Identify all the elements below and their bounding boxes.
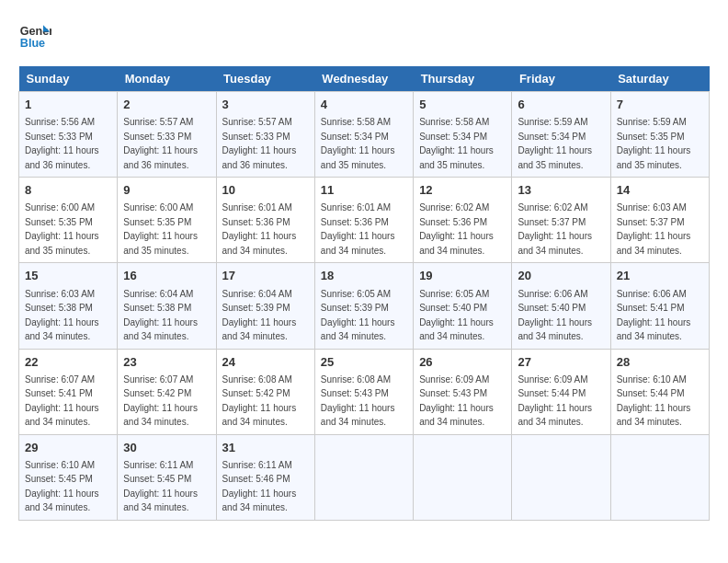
calendar-header-row: SundayMondayTuesdayWednesdayThursdayFrid… — [19, 66, 710, 92]
day-detail: Sunrise: 6:08 AMSunset: 5:42 PMDaylight:… — [222, 374, 297, 428]
day-detail: Sunrise: 5:59 AMSunset: 5:35 PMDaylight:… — [617, 117, 691, 170]
day-number: 12 — [419, 182, 506, 199]
day-detail: Sunrise: 6:01 AMSunset: 5:36 PMDaylight:… — [321, 202, 395, 256]
day-number: 19 — [419, 268, 506, 284]
day-detail: Sunrise: 5:59 AMSunset: 5:34 PMDaylight:… — [518, 117, 592, 170]
day-number: 16 — [123, 268, 210, 284]
calendar-day-cell: 14 Sunrise: 6:03 AMSunset: 5:37 PMDaylig… — [610, 178, 709, 263]
day-number: 18 — [321, 268, 407, 284]
day-number: 23 — [123, 354, 210, 371]
day-detail: Sunrise: 6:10 AMSunset: 5:44 PMDaylight:… — [617, 374, 691, 428]
calendar-day-cell: 4 Sunrise: 5:58 AMSunset: 5:34 PMDayligh… — [314, 92, 413, 178]
day-number: 4 — [321, 97, 407, 113]
calendar-day-cell: 5 Sunrise: 5:58 AMSunset: 5:34 PMDayligh… — [414, 92, 512, 178]
day-detail: Sunrise: 5:58 AMSunset: 5:34 PMDaylight:… — [419, 117, 494, 170]
calendar-day-cell — [512, 434, 610, 520]
day-number: 17 — [222, 268, 309, 284]
calendar-day-cell: 2 Sunrise: 5:57 AMSunset: 5:33 PMDayligh… — [118, 92, 216, 178]
calendar-day-cell: 22 Sunrise: 6:07 AMSunset: 5:41 PMDaylig… — [19, 349, 118, 434]
calendar-day-cell: 25 Sunrise: 6:08 AMSunset: 5:43 PMDaylig… — [314, 349, 413, 434]
day-detail: Sunrise: 6:05 AMSunset: 5:40 PMDaylight:… — [419, 289, 494, 342]
calendar-day-cell: 19 Sunrise: 6:05 AMSunset: 5:40 PMDaylig… — [414, 263, 512, 349]
calendar-day-cell: 6 Sunrise: 5:59 AMSunset: 5:34 PMDayligh… — [512, 92, 610, 178]
day-detail: Sunrise: 6:00 AMSunset: 5:35 PMDaylight:… — [123, 202, 198, 256]
day-detail: Sunrise: 5:58 AMSunset: 5:34 PMDaylight:… — [321, 117, 395, 170]
day-number: 28 — [617, 354, 703, 371]
day-number: 27 — [518, 354, 604, 371]
calendar-day-cell: 3 Sunrise: 5:57 AMSunset: 5:33 PMDayligh… — [216, 92, 314, 178]
calendar-table: SundayMondayTuesdayWednesdayThursdayFrid… — [18, 66, 710, 521]
calendar-day-cell — [414, 434, 512, 520]
day-detail: Sunrise: 5:57 AMSunset: 5:33 PMDaylight:… — [222, 117, 297, 170]
calendar-day-cell: 27 Sunrise: 6:09 AMSunset: 5:44 PMDaylig… — [512, 349, 610, 434]
calendar-week-row: 15 Sunrise: 6:03 AMSunset: 5:38 PMDaylig… — [19, 263, 710, 349]
day-number: 6 — [518, 97, 604, 113]
day-number: 13 — [518, 182, 604, 199]
calendar-day-cell: 26 Sunrise: 6:09 AMSunset: 5:43 PMDaylig… — [414, 349, 512, 434]
day-number: 2 — [123, 97, 210, 113]
day-detail: Sunrise: 6:03 AMSunset: 5:37 PMDaylight:… — [617, 202, 691, 256]
day-number: 24 — [222, 354, 309, 371]
calendar-day-cell: 30 Sunrise: 6:11 AMSunset: 5:45 PMDaylig… — [118, 434, 216, 520]
calendar-day-cell: 9 Sunrise: 6:00 AMSunset: 5:35 PMDayligh… — [118, 178, 216, 263]
calendar-day-header: Friday — [512, 66, 610, 92]
calendar-day-header: Wednesday — [314, 66, 413, 92]
calendar-day-cell: 12 Sunrise: 6:02 AMSunset: 5:36 PMDaylig… — [414, 178, 512, 263]
logo: General Blue — [18, 18, 55, 52]
calendar-day-cell: 7 Sunrise: 5:59 AMSunset: 5:35 PMDayligh… — [610, 92, 709, 178]
svg-text:Blue: Blue — [20, 37, 45, 50]
calendar-day-cell: 31 Sunrise: 6:11 AMSunset: 5:46 PMDaylig… — [216, 434, 314, 520]
day-number: 11 — [321, 182, 407, 199]
day-detail: Sunrise: 6:04 AMSunset: 5:39 PMDaylight:… — [222, 289, 297, 342]
day-detail: Sunrise: 6:00 AMSunset: 5:35 PMDaylight:… — [25, 202, 99, 256]
calendar-day-cell: 15 Sunrise: 6:03 AMSunset: 5:38 PMDaylig… — [19, 263, 118, 349]
day-number: 29 — [25, 440, 111, 456]
day-detail: Sunrise: 6:08 AMSunset: 5:43 PMDaylight:… — [321, 374, 395, 428]
calendar-day-header: Monday — [118, 66, 216, 92]
day-number: 15 — [25, 268, 111, 284]
day-number: 10 — [222, 182, 309, 199]
calendar-day-cell: 13 Sunrise: 6:02 AMSunset: 5:37 PMDaylig… — [512, 178, 610, 263]
day-detail: Sunrise: 6:06 AMSunset: 5:40 PMDaylight:… — [518, 289, 592, 342]
calendar-day-cell: 20 Sunrise: 6:06 AMSunset: 5:40 PMDaylig… — [512, 263, 610, 349]
calendar-day-cell: 29 Sunrise: 6:10 AMSunset: 5:45 PMDaylig… — [19, 434, 118, 520]
day-number: 22 — [25, 354, 111, 371]
calendar-day-cell — [314, 434, 413, 520]
day-number: 25 — [321, 354, 407, 371]
calendar-day-cell: 23 Sunrise: 6:07 AMSunset: 5:42 PMDaylig… — [118, 349, 216, 434]
day-number: 14 — [617, 182, 703, 199]
calendar-day-cell: 1 Sunrise: 5:56 AMSunset: 5:33 PMDayligh… — [19, 92, 118, 178]
calendar-day-header: Saturday — [610, 66, 709, 92]
day-detail: Sunrise: 6:01 AMSunset: 5:36 PMDaylight:… — [222, 202, 297, 256]
day-detail: Sunrise: 6:06 AMSunset: 5:41 PMDaylight:… — [617, 289, 691, 342]
calendar-day-header: Tuesday — [216, 66, 314, 92]
day-detail: Sunrise: 6:07 AMSunset: 5:42 PMDaylight:… — [123, 374, 198, 428]
day-detail: Sunrise: 6:03 AMSunset: 5:38 PMDaylight:… — [25, 289, 99, 342]
calendar-day-cell: 18 Sunrise: 6:05 AMSunset: 5:39 PMDaylig… — [314, 263, 413, 349]
calendar-week-row: 8 Sunrise: 6:00 AMSunset: 5:35 PMDayligh… — [19, 178, 710, 263]
calendar-day-cell: 21 Sunrise: 6:06 AMSunset: 5:41 PMDaylig… — [610, 263, 709, 349]
day-detail: Sunrise: 6:10 AMSunset: 5:45 PMDaylight:… — [25, 460, 99, 513]
day-number: 30 — [123, 440, 210, 456]
day-detail: Sunrise: 6:02 AMSunset: 5:37 PMDaylight:… — [518, 202, 592, 256]
day-detail: Sunrise: 6:07 AMSunset: 5:41 PMDaylight:… — [25, 374, 99, 428]
calendar-day-header: Thursday — [414, 66, 512, 92]
calendar-week-row: 1 Sunrise: 5:56 AMSunset: 5:33 PMDayligh… — [19, 92, 710, 178]
day-detail: Sunrise: 6:02 AMSunset: 5:36 PMDaylight:… — [419, 202, 494, 256]
logo-icon: General Blue — [18, 18, 51, 52]
day-number: 3 — [222, 97, 309, 113]
day-number: 20 — [518, 268, 604, 284]
day-detail: Sunrise: 6:09 AMSunset: 5:44 PMDaylight:… — [518, 374, 592, 428]
day-detail: Sunrise: 5:56 AMSunset: 5:33 PMDaylight:… — [25, 117, 99, 170]
calendar-day-cell: 11 Sunrise: 6:01 AMSunset: 5:36 PMDaylig… — [314, 178, 413, 263]
calendar-body: 1 Sunrise: 5:56 AMSunset: 5:33 PMDayligh… — [19, 92, 710, 521]
day-number: 1 — [25, 97, 111, 113]
day-number: 9 — [123, 182, 210, 199]
day-number: 8 — [25, 182, 111, 199]
day-detail: Sunrise: 6:11 AMSunset: 5:46 PMDaylight:… — [222, 460, 297, 513]
page-header: General Blue — [18, 18, 710, 52]
day-number: 26 — [419, 354, 506, 371]
day-detail: Sunrise: 6:09 AMSunset: 5:43 PMDaylight:… — [419, 374, 494, 428]
calendar-week-row: 29 Sunrise: 6:10 AMSunset: 5:45 PMDaylig… — [19, 434, 710, 520]
day-detail: Sunrise: 6:11 AMSunset: 5:45 PMDaylight:… — [123, 460, 198, 513]
